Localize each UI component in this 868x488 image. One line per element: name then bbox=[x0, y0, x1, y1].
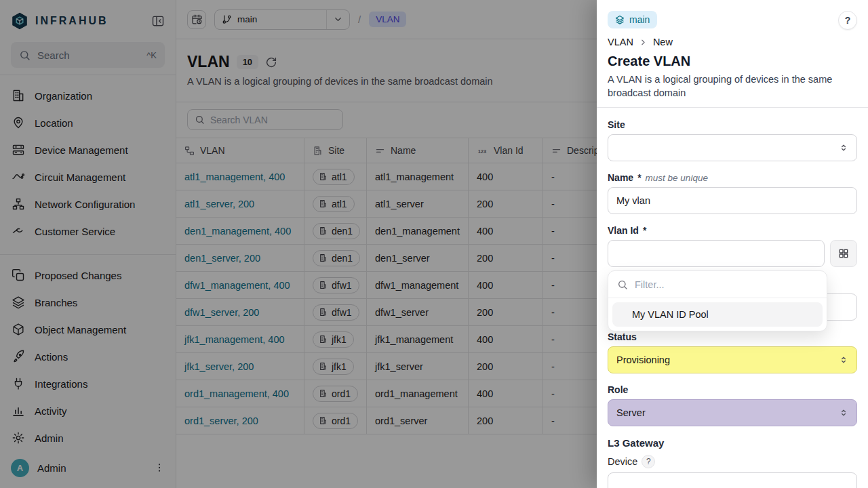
name-hint: must be unique bbox=[646, 173, 708, 183]
breadcrumb-parent[interactable]: VLAN bbox=[608, 37, 633, 47]
chevron-right-icon bbox=[639, 38, 648, 47]
status-select-value: Provisioning bbox=[616, 354, 670, 365]
create-vlan-drawer: main ? VLAN New Create VLAN A VLAN is a … bbox=[597, 0, 868, 488]
role-field: Role Server bbox=[608, 384, 857, 426]
pool-dropdown: My VLAN ID Pool bbox=[608, 270, 827, 331]
dropdown-filter[interactable] bbox=[608, 271, 827, 298]
pool-selector-button[interactable] bbox=[830, 240, 857, 267]
device-label: Device ? bbox=[608, 455, 857, 468]
drawer-branch-chip[interactable]: main bbox=[608, 11, 657, 28]
drawer-divider bbox=[597, 107, 868, 108]
vlan-id-field: Vlan Id * bbox=[608, 225, 857, 267]
name-label-text: Name bbox=[608, 172, 633, 183]
name-input[interactable] bbox=[608, 187, 857, 214]
status-label: Status bbox=[608, 331, 857, 342]
dropdown-option-my-vlan-id-pool[interactable]: My VLAN ID Pool bbox=[612, 302, 823, 327]
required-marker: * bbox=[637, 172, 641, 183]
breadcrumb-current: New bbox=[653, 37, 673, 47]
vlan-id-label-text: Vlan Id bbox=[608, 225, 639, 236]
role-label: Role bbox=[608, 384, 857, 395]
device-help-icon[interactable]: ? bbox=[642, 455, 655, 468]
create-vlan-form: Site Name * must be unique Vlan Id * bbox=[608, 119, 857, 488]
app-root: INFRAHUB Search ^K Organization bbox=[0, 0, 868, 488]
device-label-text: Device bbox=[608, 456, 637, 467]
grid-icon bbox=[838, 248, 849, 259]
drawer-breadcrumb: VLAN New bbox=[608, 37, 857, 47]
device-field: Device ? bbox=[608, 455, 857, 488]
required-marker: * bbox=[643, 225, 646, 236]
drawer-title: Create VLAN bbox=[608, 54, 857, 69]
name-field: Name * must be unique bbox=[608, 172, 857, 214]
device-select[interactable] bbox=[608, 472, 857, 488]
layers-icon bbox=[615, 15, 625, 24]
dropdown-options: My VLAN ID Pool bbox=[608, 298, 827, 331]
l3-gateway-heading: L3 Gateway bbox=[608, 437, 857, 449]
search-icon bbox=[617, 279, 628, 290]
drawer-description: A VLAN is a logical grouping of devices … bbox=[608, 73, 852, 100]
modal-overlay[interactable] bbox=[0, 0, 597, 488]
status-select[interactable]: Provisioning bbox=[608, 346, 857, 373]
vlan-id-label: Vlan Id * bbox=[608, 225, 857, 236]
drawer-branch-name: main bbox=[629, 14, 650, 25]
vlan-id-input[interactable] bbox=[608, 240, 825, 267]
dropdown-filter-input[interactable] bbox=[635, 279, 818, 290]
role-select[interactable]: Server bbox=[608, 399, 857, 426]
site-label: Site bbox=[608, 119, 857, 130]
site-field: Site bbox=[608, 119, 857, 161]
unfold-chevrons-icon bbox=[839, 355, 848, 365]
help-button[interactable]: ? bbox=[838, 11, 857, 30]
unfold-chevrons-icon bbox=[839, 143, 848, 152]
site-select[interactable] bbox=[608, 134, 857, 161]
name-label: Name * must be unique bbox=[608, 172, 857, 183]
status-field: Status Provisioning bbox=[608, 331, 857, 373]
role-select-value: Server bbox=[616, 407, 646, 418]
unfold-chevrons-icon bbox=[839, 408, 848, 418]
